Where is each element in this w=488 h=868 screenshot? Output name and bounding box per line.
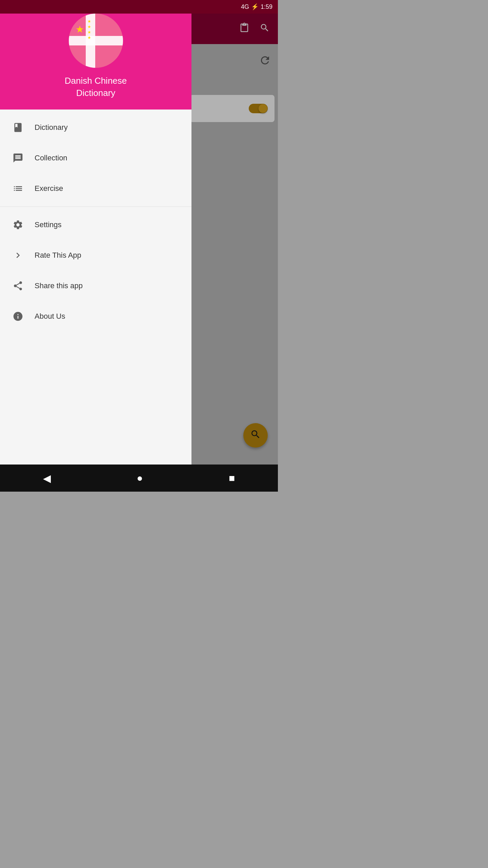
chinese-stars-small: ★ ★ ★ ★ <box>87 19 91 40</box>
time-display: 1:59 <box>261 3 272 11</box>
menu-divider <box>0 206 191 207</box>
rate-label: Rate This App <box>35 251 81 260</box>
menu-item-about[interactable]: About Us <box>0 301 191 332</box>
home-button[interactable]: ● <box>137 472 143 484</box>
chinese-star-large: ★ <box>76 24 84 35</box>
nav-bar: ◀ ● ■ <box>0 465 278 492</box>
exercise-icon <box>9 180 26 197</box>
danish-cross-horizontal <box>69 36 123 45</box>
app-logo: ★ ★ ★ ★ ★ <box>69 14 123 68</box>
collection-label: Collection <box>35 154 67 162</box>
info-icon <box>9 308 26 325</box>
menu-item-share[interactable]: Share this app <box>0 271 191 301</box>
rate-icon <box>9 247 26 264</box>
status-icons: 4G ⚡ 1:59 <box>241 3 272 11</box>
menu-item-rate[interactable]: Rate This App <box>0 240 191 271</box>
exercise-label: Exercise <box>35 184 63 193</box>
menu-item-dictionary[interactable]: Dictionary <box>0 112 191 143</box>
share-label: Share this app <box>35 281 83 290</box>
back-button[interactable]: ◀ <box>43 472 51 484</box>
app-title: Danish Chinese Dictionary <box>65 75 127 99</box>
chat-icon <box>9 150 26 166</box>
status-bar: 4G ⚡ 1:59 <box>0 0 278 14</box>
network-indicator: 4G <box>241 3 249 11</box>
battery-icon: ⚡ <box>251 3 259 11</box>
menu-item-collection[interactable]: Collection <box>0 143 191 173</box>
about-label: About Us <box>35 312 65 321</box>
flag-overlay <box>69 14 123 68</box>
share-icon <box>9 277 26 294</box>
drawer-overlay[interactable] <box>190 0 278 492</box>
book-icon <box>9 119 26 136</box>
drawer-header: ★ ★ ★ ★ ★ Danish Chinese Dictionary <box>0 0 191 110</box>
settings-label: Settings <box>35 220 62 229</box>
settings-icon <box>9 216 26 233</box>
dictionary-label: Dictionary <box>35 123 68 132</box>
menu-item-exercise[interactable]: Exercise <box>0 173 191 204</box>
recent-button[interactable]: ■ <box>229 472 235 484</box>
side-drawer: ★ ★ ★ ★ ★ Danish Chinese Dictionary Dict… <box>0 0 191 492</box>
menu-item-settings[interactable]: Settings <box>0 210 191 240</box>
menu-section-primary: Dictionary Collection Exercise <box>0 110 191 492</box>
